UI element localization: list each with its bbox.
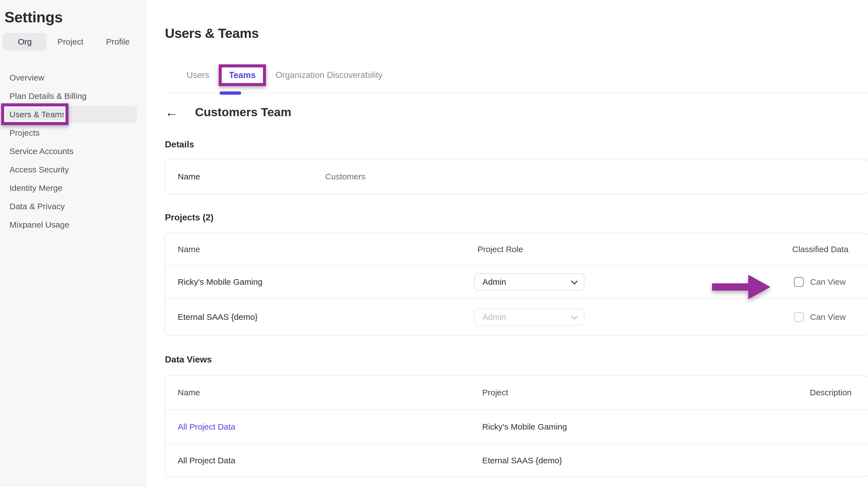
data-view-link[interactable]: All Project Data (178, 422, 236, 431)
sidebar-item-mixpanel-usage[interactable]: Mixpanel Usage (0, 216, 146, 234)
settings-sidebar: Settings Org Project Profile Overview Pl… (0, 0, 146, 487)
sidebar-item-overview[interactable]: Overview (0, 68, 146, 87)
details-name-value: Customers (325, 172, 868, 181)
table-row: Ricky's Mobile Gaming Admin Can View (165, 266, 868, 298)
sidebar-item-identity-merge[interactable]: Identity Merge (0, 179, 146, 197)
annotation-box-teams: Teams (219, 64, 266, 86)
sidebar-item-users-teams[interactable]: Users & Teams (0, 105, 146, 124)
data-views-header-row: Name Project Description (165, 375, 868, 409)
can-view-checkbox[interactable] (794, 312, 804, 322)
data-view-project: Eternal SAAS {demo} (482, 456, 794, 465)
projects-table: Name Project Role Classified Data Ricky'… (164, 233, 868, 335)
sidebar-item-plan-details-billing[interactable]: Plan Details & Billing (0, 87, 146, 105)
tab-profile[interactable]: Profile (94, 37, 142, 47)
can-view-label: Can View (810, 312, 846, 322)
tabbar-divider (165, 92, 868, 93)
chevron-down-icon (571, 277, 578, 284)
sidebar-item-projects[interactable]: Projects (0, 124, 146, 142)
project-role-select-disabled: Admin (474, 308, 584, 326)
tab-teams[interactable]: Teams (229, 70, 256, 80)
table-row: All Project Data Eternal SAAS {demo} (165, 444, 868, 477)
sidebar-item-access-security[interactable]: Access Security (0, 160, 146, 179)
sidebar-item-service-accounts[interactable]: Service Accounts (0, 142, 146, 160)
users-teams-tabbar: Users Teams Organization Discoverability (165, 66, 868, 93)
sidebar-item-data-privacy[interactable]: Data & Privacy (0, 197, 146, 216)
data-view-name: All Project Data (165, 456, 482, 465)
project-name: Eternal SAAS {demo} (165, 312, 474, 322)
projects-heading: Projects (2) (165, 212, 213, 223)
tab-users[interactable]: Users (187, 70, 209, 80)
settings-scope-tabs: Org Project Profile (3, 33, 142, 51)
col-name: Name (165, 245, 474, 254)
project-name: Ricky's Mobile Gaming (165, 277, 474, 287)
project-role-select[interactable]: Admin (474, 273, 584, 291)
settings-title: Settings (4, 8, 63, 26)
active-tab-indicator (219, 91, 241, 95)
tab-org[interactable]: Org (3, 33, 47, 51)
col-description: Description (794, 388, 868, 397)
team-title: Customers Team (195, 105, 291, 119)
tab-project[interactable]: Project (47, 37, 94, 47)
projects-header-row: Name Project Role Classified Data (165, 234, 868, 265)
col-project-role: Project Role (474, 245, 778, 254)
details-card: Name Customers (164, 159, 868, 194)
table-row: All Project Data Ricky's Mobile Gaming (165, 410, 868, 444)
chevron-down-icon (571, 313, 578, 319)
can-view-label: Can View (810, 277, 846, 287)
data-views-heading: Data Views (165, 355, 212, 365)
col-classified-data: Classified Data (778, 245, 868, 254)
data-views-table: Name Project Description All Project Dat… (164, 375, 868, 477)
col-name: Name (165, 388, 482, 397)
details-name-label: Name (165, 172, 325, 181)
table-row: Eternal SAAS {demo} Admin Can View (165, 299, 868, 335)
col-project: Project (482, 388, 794, 397)
tab-organization-discoverability[interactable]: Organization Discoverability (276, 70, 382, 80)
main-content: Users & Teams Users Teams Organization D… (146, 0, 868, 487)
settings-nav: Overview Plan Details & Billing Users & … (0, 68, 146, 234)
page-title: Users & Teams (165, 26, 259, 41)
back-arrow-icon[interactable]: ← (165, 105, 178, 119)
can-view-checkbox[interactable] (794, 277, 804, 287)
data-view-project: Ricky's Mobile Gaming (482, 422, 794, 431)
details-heading: Details (165, 139, 194, 150)
